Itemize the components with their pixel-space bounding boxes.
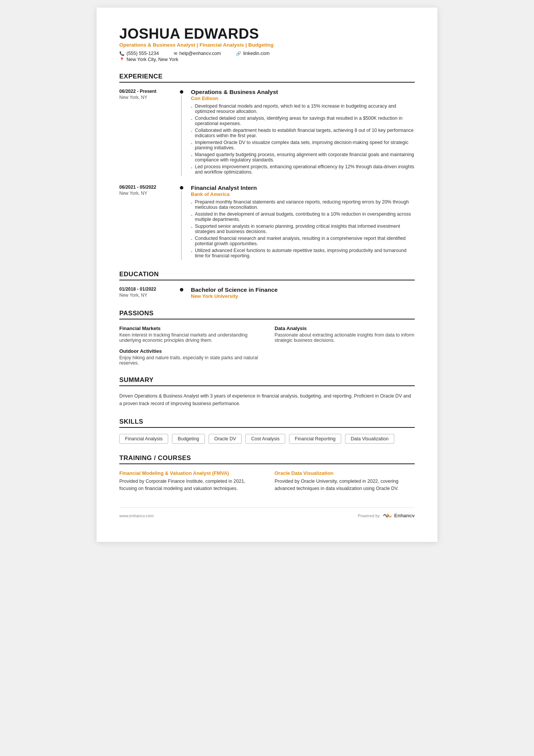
training-course-text-1: Provided by Corporate Finance Institute,… [119,478,259,492]
training-course-title-2: Oracle Data Visualization [275,470,415,476]
linkedin-contact: linkedin.com [236,51,269,56]
edu-date: 01/2018 - 01/2022 [119,286,178,292]
exp-title-2: Financial Analyst Intern [191,185,415,191]
exp-bullet-2-2: Supported senior analysts in scenario pl… [191,224,415,234]
exp-bullet-1-3: Implemented Oracle DV to visualize compl… [191,140,415,150]
passion-text-3: Enjoy hiking and nature trails, especial… [119,355,259,366]
enhancv-logo: Enhancv [382,512,415,519]
powered-by-text: Powered by [358,513,380,518]
training-section: TRAINING / COURSES Financial Modeling & … [119,454,415,492]
exp-bullets-1: Developed financial models and reports, … [191,103,415,175]
experience-section: EXPERIENCE 06/2022 - Present New York, N… [119,73,415,260]
training-item-2: Oracle Data Visualization Provided by Or… [275,470,415,492]
exp-content-1: Operations & Business Analyst Con Edison… [185,89,415,176]
exp-company-1: Con Edison [191,95,415,101]
location-contact: New York City, New York [119,57,415,62]
skill-tag-4: Financial Reporting [289,434,341,444]
email-icon [174,51,177,56]
exp-line-2 [181,191,182,260]
summary-text: Driven Operations & Business Analyst wit… [119,392,415,407]
passion-title-3: Outdoor Activities [119,348,259,354]
passions-grid: Financial Markets Keen interest in track… [119,326,415,366]
exp-bullet-1-0: Developed financial models and reports, … [191,103,415,114]
passions-title: PASSIONS [119,310,415,319]
candidate-name: JOSHUA EDWARDS [119,26,415,42]
training-item-1: Financial Modeling & Valuation Analyst (… [119,470,259,492]
skill-tag-3: Cost Analysis [245,434,285,444]
edu-content: Bachelor of Science in Finance New York … [185,286,415,299]
passion-text-1: Keen interest in tracking financial mark… [119,332,259,343]
exp-bullet-2-1: Assisted in the development of annual bu… [191,211,415,222]
experience-item-2: 06/2021 - 05/2022 New York, NY Financial… [119,185,415,260]
summary-title: SUMMARY [119,376,415,386]
email-value: help@enhancv.com [179,51,221,56]
candidate-subtitle: Operations & Business Analyst | Financia… [119,42,415,48]
exp-location-2: New York, NY [119,191,178,196]
phone-icon [119,51,125,56]
training-course-title-1: Financial Modeling & Valuation Analyst (… [119,470,259,476]
exp-date-1: 06/2022 - Present [119,89,178,94]
edu-date-col: 01/2018 - 01/2022 New York, NY [119,286,178,299]
summary-section: SUMMARY Driven Operations & Business Ana… [119,376,415,407]
footer-right: Powered by Enhancv [358,512,415,519]
exp-dot-1 [180,90,183,94]
education-item-1: 01/2018 - 01/2022 New York, NY Bachelor … [119,286,415,299]
edu-dot-col [178,286,185,299]
skill-tag-2: Oracle DV [209,434,242,444]
exp-date-2: 06/2021 - 05/2022 [119,185,178,190]
exp-bullets-2: Prepared monthly financial statements an… [191,199,415,258]
enhancv-icon [382,512,393,519]
exp-date-col-2: 06/2021 - 05/2022 New York, NY [119,185,178,260]
link-icon [236,51,241,56]
skills-row: Financial Analysis Budgeting Oracle DV C… [119,434,415,444]
experience-item-1: 06/2022 - Present New York, NY Operation… [119,89,415,176]
training-title: TRAINING / COURSES [119,454,415,464]
header: JOSHUA EDWARDS Operations & Business Ana… [119,26,415,62]
phone-contact: (555) 555-1234 [119,51,159,56]
exp-bullet-1-2: Collaborated with department heads to es… [191,128,415,138]
passion-title-2: Data Analysis [275,326,415,331]
education-section: EDUCATION 01/2018 - 01/2022 New York, NY… [119,271,415,299]
passion-item-3: Outdoor Activities Enjoy hiking and natu… [119,348,259,366]
exp-bullet-1-1: Conducted detailed cost analysis, identi… [191,116,415,126]
exp-line-1 [181,95,182,176]
exp-bullet-2-3: Conducted financial research and market … [191,236,415,246]
passion-item-1: Financial Markets Keen interest in track… [119,326,259,343]
resume-page: JOSHUA EDWARDS Operations & Business Ana… [97,8,437,542]
exp-bullet-1-5: Led process improvement projects, enhanc… [191,164,415,175]
passion-item-2: Data Analysis Passionate about extractin… [275,326,415,343]
exp-dot-2 [180,186,183,189]
passion-text-2: Passionate about extracting actionable i… [275,332,415,343]
exp-content-2: Financial Analyst Intern Bank of America… [185,185,415,260]
exp-location-1: New York, NY [119,95,178,100]
exp-bullet-2-0: Prepared monthly financial statements an… [191,199,415,210]
exp-bullet-1-4: Managed quarterly budgeting process, ens… [191,152,415,163]
exp-dot-col-1 [178,89,185,176]
edu-dot [180,288,183,291]
edu-degree: Bachelor of Science in Finance [191,286,415,293]
skill-tag-5: Data Visualization [345,434,394,444]
exp-date-col-1: 06/2022 - Present New York, NY [119,89,178,176]
training-course-text-2: Provided by Oracle University, completed… [275,478,415,492]
passions-section: PASSIONS Financial Markets Keen interest… [119,310,415,366]
skill-tag-0: Financial Analysis [119,434,168,444]
edu-location: New York, NY [119,293,178,298]
exp-company-2: Bank of America [191,191,415,197]
skills-title: SKILLS [119,418,415,428]
brand-name: Enhancv [394,513,415,518]
footer-website: www.enhancv.com [119,513,154,518]
edu-university: New York University [191,293,415,299]
footer: www.enhancv.com Powered by Enhancv [119,507,415,519]
exp-dot-col-2 [178,185,185,260]
header-contacts: (555) 555-1234 help@enhancv.com linkedin… [119,51,415,56]
linkedin-value: linkedin.com [243,51,269,56]
experience-title: EXPERIENCE [119,73,415,83]
email-contact: help@enhancv.com [174,51,221,56]
skills-section: SKILLS Financial Analysis Budgeting Orac… [119,418,415,444]
education-title: EDUCATION [119,271,415,280]
location-value: New York City, New York [126,57,178,62]
passion-title-1: Financial Markets [119,326,259,331]
training-grid: Financial Modeling & Valuation Analyst (… [119,470,415,492]
location-icon [119,57,125,62]
exp-title-1: Operations & Business Analyst [191,89,415,95]
